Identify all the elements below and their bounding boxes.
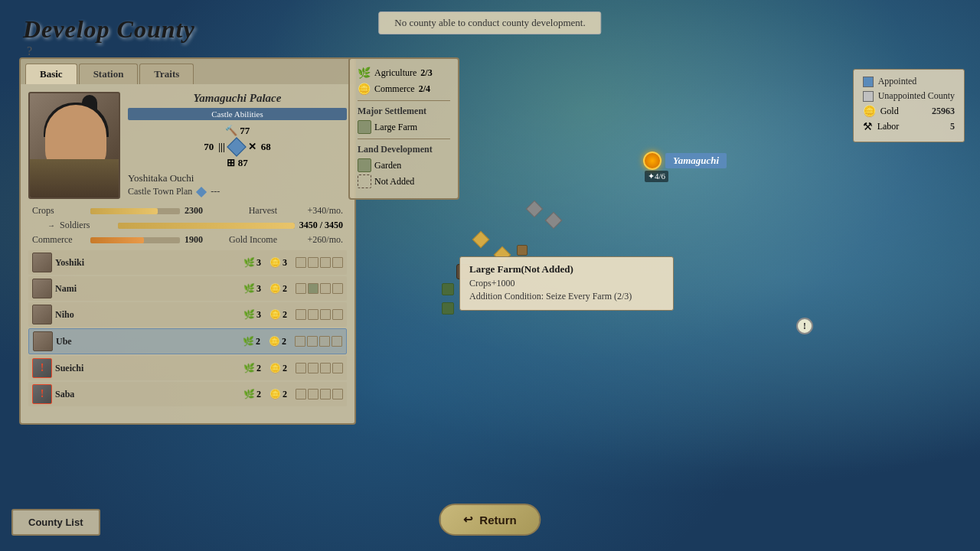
slot-2 bbox=[320, 363, 331, 373]
person-stat2-yoshiki: 🪙3 bbox=[270, 257, 292, 269]
agriculture-row: 🌿 Agriculture 2/3 bbox=[358, 67, 450, 80]
county-list-button[interactable]: County List bbox=[11, 509, 100, 536]
person-row-nami[interactable]: Nami 🌿3 🪙2 bbox=[28, 276, 347, 301]
person-stat2-saba: 🪙2 bbox=[270, 389, 292, 400]
map-pin-1[interactable] bbox=[528, 203, 541, 215]
person-slots-yoshiki bbox=[296, 257, 343, 268]
slot-0 bbox=[296, 363, 306, 373]
major-settlement-title: Major Settlement bbox=[358, 106, 450, 117]
person-stat1-sueichi: 🌿2 bbox=[243, 363, 266, 374]
return-label: Return bbox=[479, 514, 516, 527]
attack-stat: 🔨 77 bbox=[128, 125, 347, 137]
gold-value: 25963 bbox=[932, 106, 955, 117]
slot-0 bbox=[296, 309, 306, 320]
slot-3 bbox=[332, 283, 343, 294]
person-name-nami: Nami bbox=[55, 283, 240, 295]
person-name-ube: Ube bbox=[56, 336, 240, 347]
left-panel: Basic Station Traits Yamaguchi Palace Ca… bbox=[19, 57, 356, 425]
labor-value: 5 bbox=[950, 121, 955, 132]
yamaguchi-location-marker[interactable]: Yamaguchi ✦4/6 bbox=[643, 152, 727, 170]
cross-icon: ✕ bbox=[248, 141, 256, 153]
commerce-row: 🪙 Commerce 2/4 bbox=[358, 83, 450, 96]
stat2-icon: 🪙 bbox=[270, 363, 281, 374]
exclaim-marker[interactable]: ! bbox=[796, 318, 813, 334]
map-pin-2[interactable] bbox=[547, 214, 560, 227]
gold-income-label: Gold Income bbox=[216, 234, 277, 246]
agriculture-icon: 🌿 bbox=[358, 67, 371, 80]
slot-1 bbox=[307, 336, 318, 347]
def-bar-icon: ||| bbox=[218, 141, 225, 153]
person-row-yoshiki[interactable]: Yoshiki 🌿3 🪙3 bbox=[28, 250, 347, 275]
stat2-icon: 🪙 bbox=[269, 336, 280, 347]
title-help-icon[interactable]: ? bbox=[27, 44, 32, 58]
castle-town-plan-row: Castle Town Plan --- bbox=[128, 186, 347, 197]
labor-label: Labor bbox=[877, 121, 900, 132]
legend-unappointed-row: Unappointed County bbox=[863, 90, 955, 102]
large-farm-icon bbox=[358, 120, 371, 134]
garden-item[interactable]: Garden bbox=[358, 158, 450, 172]
person-row-sueichi[interactable]: Sueichi 🌿2 🪙2 bbox=[28, 356, 347, 380]
person-row-ube[interactable]: Ube 🌿2 🪙2 bbox=[28, 328, 347, 354]
tooltip-line2: Addition Condition: Seize Every Farm (2/… bbox=[469, 291, 664, 302]
slot-2 bbox=[320, 389, 331, 399]
labor-icon: ⚒ bbox=[863, 120, 873, 133]
stat1-icon: 🌿 bbox=[243, 257, 255, 269]
grid-value: 87 bbox=[238, 157, 248, 168]
stat2-icon: 🪙 bbox=[270, 309, 281, 321]
resource-bars: Crops 2300 Harvest +340/mo. → Soldiers 3… bbox=[28, 205, 347, 246]
page-title: Develop County bbox=[23, 15, 195, 44]
large-farm-label: Large Farm bbox=[374, 122, 417, 133]
large-farm-item[interactable]: Large Farm bbox=[358, 120, 450, 134]
soldiers-row: → Soldiers 3450 / 3450 bbox=[32, 220, 343, 231]
gold-income-value: +260/mo. bbox=[282, 234, 343, 246]
slot-3 bbox=[332, 336, 342, 347]
commerce-count: 2/4 bbox=[419, 83, 430, 95]
map-pin-8 bbox=[442, 302, 454, 315]
tab-bar: Basic Station Traits bbox=[21, 59, 354, 84]
character-location: Yamaguchi Palace bbox=[128, 92, 347, 105]
crops-label: Crops bbox=[32, 205, 86, 217]
person-row-niho[interactable]: Niho 🌿3 🪙2 bbox=[28, 302, 347, 327]
notification-text: No county able to conduct county develop… bbox=[394, 17, 585, 28]
not-added-item[interactable]: Not Added bbox=[358, 174, 450, 188]
stat2-icon: 🪙 bbox=[270, 283, 281, 295]
divider2 bbox=[358, 139, 450, 139]
person-stat1-niho: 🌿3 bbox=[243, 309, 266, 321]
slot-2 bbox=[320, 309, 331, 320]
slot-3 bbox=[332, 389, 343, 399]
map-pin-3[interactable] bbox=[475, 233, 487, 246]
slot-0 bbox=[296, 257, 306, 268]
def-value: 70 bbox=[204, 141, 214, 153]
map-pin-5[interactable] bbox=[517, 245, 528, 256]
return-button[interactable]: ↩ Return bbox=[439, 504, 541, 536]
person-stat1-ube: 🌿2 bbox=[243, 336, 266, 347]
harvest-label: Harvest bbox=[216, 205, 277, 217]
tab-traits[interactable]: Traits bbox=[139, 64, 194, 84]
notification-bar: No county able to conduct county develop… bbox=[378, 11, 601, 34]
crops-bar-fill bbox=[90, 208, 158, 214]
personnel-list: Yoshiki 🌿3 🪙3 Nami 🌿3 🪙2 bbox=[28, 250, 347, 406]
slot-2 bbox=[319, 336, 330, 347]
map-pin-7 bbox=[442, 283, 454, 295]
grid-stat: ⊞ 87 bbox=[128, 157, 347, 169]
person-name-yoshiki: Yoshiki bbox=[55, 257, 240, 269]
attack-value: 77 bbox=[240, 125, 250, 136]
person-row-saba[interactable]: Saba 🌿2 🪙2 bbox=[28, 382, 347, 406]
attack-icon: 🔨 bbox=[225, 125, 237, 136]
commerce-icon: 🪙 bbox=[358, 83, 371, 96]
character-name: Yoshitaka Ouchi bbox=[128, 172, 347, 184]
diamond-shape bbox=[227, 137, 246, 156]
grid-icon: ⊞ bbox=[227, 157, 235, 168]
crops-row: Crops 2300 Harvest +340/mo. bbox=[32, 205, 343, 217]
arrow-icon: → bbox=[47, 221, 55, 230]
person-slots-ube bbox=[295, 336, 342, 347]
slot-3 bbox=[332, 363, 343, 373]
tab-basic[interactable]: Basic bbox=[25, 64, 77, 84]
tab-station[interactable]: Station bbox=[79, 64, 139, 84]
commerce-value: 1900 bbox=[185, 234, 211, 246]
cross-value: 68 bbox=[261, 141, 271, 153]
slot-1 bbox=[308, 283, 318, 294]
slot-1 bbox=[308, 389, 318, 399]
person-stat2-sueichi: 🪙2 bbox=[270, 363, 292, 374]
stat1-icon: 🌿 bbox=[243, 336, 254, 347]
